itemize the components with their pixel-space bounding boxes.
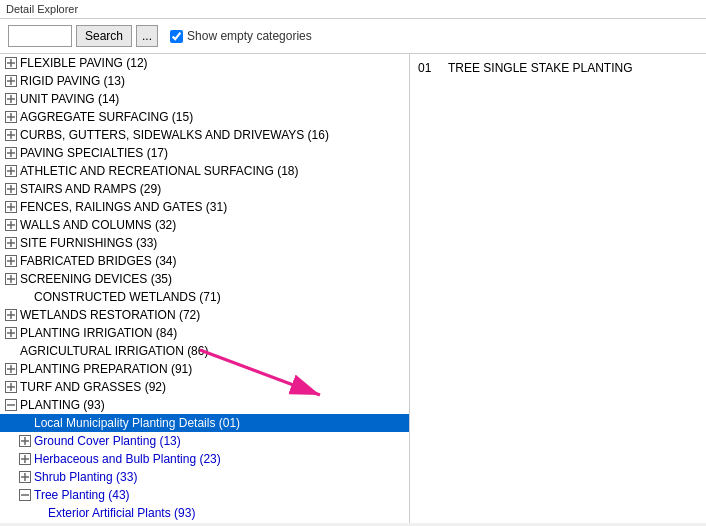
expander-exterior-artificial[interactable] xyxy=(32,506,46,520)
tree-label-planting-preparation: PLANTING PREPARATION (91) xyxy=(20,361,192,377)
tree-label-exterior-artificial: Exterior Artificial Plants (93) xyxy=(48,505,195,521)
expander-walls-columns[interactable] xyxy=(4,218,18,232)
tree-label-herbaceous: Herbaceous and Bulb Planting (23) xyxy=(34,451,221,467)
tree-label-planting-irrigation: PLANTING IRRIGATION (84) xyxy=(20,325,177,341)
tree-item-screening-devices[interactable]: SCREENING DEVICES (35) xyxy=(0,270,409,288)
tree-item-local-municipality[interactable]: Local Municipality Planting Details (01) xyxy=(0,414,409,432)
search-button[interactable]: Search xyxy=(76,25,132,47)
expander-athletic-surfacing[interactable] xyxy=(4,164,18,178)
expander-fences-railings[interactable] xyxy=(4,200,18,214)
expander-unit-paving[interactable] xyxy=(4,92,18,106)
tree-label-local-municipality: Local Municipality Planting Details (01) xyxy=(34,415,240,431)
search-input[interactable] xyxy=(8,25,72,47)
tree-item-stairs-ramps[interactable]: STAIRS AND RAMPS (29) xyxy=(0,180,409,198)
tree-item-fabricated-bridges[interactable]: FABRICATED BRIDGES (34) xyxy=(0,252,409,270)
tree-item-constructed-wetlands[interactable]: CONSTRUCTED WETLANDS (71) xyxy=(0,288,409,306)
tree-label-screening-devices: SCREENING DEVICES (35) xyxy=(20,271,172,287)
tree-item-rigid-paving[interactable]: RIGID PAVING (13) xyxy=(0,72,409,90)
content-area: FLEXIBLE PAVING (12)RIGID PAVING (13)UNI… xyxy=(0,54,706,523)
tree-label-flexible-paving: FLEXIBLE PAVING (12) xyxy=(20,55,148,71)
ellipsis-button[interactable]: ... xyxy=(136,25,158,47)
tree-label-rigid-paving: RIGID PAVING (13) xyxy=(20,73,125,89)
tree-item-agricultural-irrigation[interactable]: AGRICULTURAL IRRIGATION (86) xyxy=(0,342,409,360)
show-empty-checkbox[interactable] xyxy=(170,30,183,43)
tree-label-ground-cover: Ground Cover Planting (13) xyxy=(34,433,181,449)
tree-item-flexible-paving[interactable]: FLEXIBLE PAVING (12) xyxy=(0,54,409,72)
detail-panel: 01TREE SINGLE STAKE PLANTING xyxy=(410,54,706,523)
show-empty-text: Show empty categories xyxy=(187,29,312,43)
expander-planting-93[interactable] xyxy=(4,398,18,412)
detail-item-detail-1[interactable]: 01TREE SINGLE STAKE PLANTING xyxy=(414,58,702,78)
expander-shrub-planting[interactable] xyxy=(18,470,32,484)
tree-item-exterior-artificial[interactable]: Exterior Artificial Plants (93) xyxy=(0,504,409,522)
expander-herbaceous[interactable] xyxy=(18,452,32,466)
tree-label-fences-railings: FENCES, RAILINGS AND GATES (31) xyxy=(20,199,227,215)
expander-paving-specialties[interactable] xyxy=(4,146,18,160)
tree-label-aggregate-surfacing: AGGREGATE SURFACING (15) xyxy=(20,109,193,125)
tree-item-fences-railings[interactable]: FENCES, RAILINGS AND GATES (31) xyxy=(0,198,409,216)
tree-item-wetlands-restoration[interactable]: WETLANDS RESTORATION (72) xyxy=(0,306,409,324)
tree-item-herbaceous[interactable]: Herbaceous and Bulb Planting (23) xyxy=(0,450,409,468)
show-empty-label[interactable]: Show empty categories xyxy=(170,29,312,43)
tree-item-aggregate-surfacing[interactable]: AGGREGATE SURFACING (15) xyxy=(0,108,409,126)
tree-item-ground-cover[interactable]: Ground Cover Planting (13) xyxy=(0,432,409,450)
tree-item-planting-preparation[interactable]: PLANTING PREPARATION (91) xyxy=(0,360,409,378)
tree-label-stairs-ramps: STAIRS AND RAMPS (29) xyxy=(20,181,161,197)
expander-curbs-gutters[interactable] xyxy=(4,128,18,142)
tree-item-unit-paving[interactable]: UNIT PAVING (14) xyxy=(0,90,409,108)
expander-fabricated-bridges[interactable] xyxy=(4,254,18,268)
tree-item-paving-specialties[interactable]: PAVING SPECIALTIES (17) xyxy=(0,144,409,162)
expander-ground-cover[interactable] xyxy=(18,434,32,448)
tree-label-unit-paving: UNIT PAVING (14) xyxy=(20,91,119,107)
tree-panel: FLEXIBLE PAVING (12)RIGID PAVING (13)UNI… xyxy=(0,54,410,523)
expander-site-furnishings[interactable] xyxy=(4,236,18,250)
tree-item-athletic-surfacing[interactable]: ATHLETIC AND RECREATIONAL SURFACING (18) xyxy=(0,162,409,180)
expander-agricultural-irrigation[interactable] xyxy=(4,344,18,358)
expander-tree-planting[interactable] xyxy=(18,488,32,502)
tree-label-site-furnishings: SITE FURNISHINGS (33) xyxy=(20,235,157,251)
tree-item-site-furnishings[interactable]: SITE FURNISHINGS (33) xyxy=(0,234,409,252)
tree-label-athletic-surfacing: ATHLETIC AND RECREATIONAL SURFACING (18) xyxy=(20,163,299,179)
tree-label-turf-grasses: TURF AND GRASSES (92) xyxy=(20,379,166,395)
expander-wetlands-restoration[interactable] xyxy=(4,308,18,322)
title-label: Detail Explorer xyxy=(6,3,78,15)
tree-item-shrub-planting[interactable]: Shrub Planting (33) xyxy=(0,468,409,486)
expander-planting-preparation[interactable] xyxy=(4,362,18,376)
detail-num-detail-1: 01 xyxy=(418,60,448,76)
expander-local-municipality[interactable] xyxy=(18,416,32,430)
expander-flexible-paving[interactable] xyxy=(4,56,18,70)
tree-item-planting-accessories[interactable]: PLANTING ACCESSORIES (94) xyxy=(0,522,409,523)
tree-label-tree-planting: Tree Planting (43) xyxy=(34,487,130,503)
tree-label-fabricated-bridges: FABRICATED BRIDGES (34) xyxy=(20,253,176,269)
tree-label-wetlands-restoration: WETLANDS RESTORATION (72) xyxy=(20,307,200,323)
tree-label-planting-93: PLANTING (93) xyxy=(20,397,105,413)
tree-item-turf-grasses[interactable]: TURF AND GRASSES (92) xyxy=(0,378,409,396)
main-container: Search ... Show empty categories FLEXIBL… xyxy=(0,19,706,523)
expander-turf-grasses[interactable] xyxy=(4,380,18,394)
tree-item-tree-planting[interactable]: Tree Planting (43) xyxy=(0,486,409,504)
tree-label-agricultural-irrigation: AGRICULTURAL IRRIGATION (86) xyxy=(20,343,208,359)
detail-desc-detail-1: TREE SINGLE STAKE PLANTING xyxy=(448,60,633,76)
expander-stairs-ramps[interactable] xyxy=(4,182,18,196)
tree-item-planting-irrigation[interactable]: PLANTING IRRIGATION (84) xyxy=(0,324,409,342)
tree-label-curbs-gutters: CURBS, GUTTERS, SIDEWALKS AND DRIVEWAYS … xyxy=(20,127,329,143)
tree-label-shrub-planting: Shrub Planting (33) xyxy=(34,469,137,485)
expander-rigid-paving[interactable] xyxy=(4,74,18,88)
expander-planting-irrigation[interactable] xyxy=(4,326,18,340)
tree-item-planting-93[interactable]: PLANTING (93) xyxy=(0,396,409,414)
title-bar: Detail Explorer xyxy=(0,0,706,19)
expander-screening-devices[interactable] xyxy=(4,272,18,286)
tree-label-constructed-wetlands: CONSTRUCTED WETLANDS (71) xyxy=(34,289,221,305)
tree-item-walls-columns[interactable]: WALLS AND COLUMNS (32) xyxy=(0,216,409,234)
toolbar: Search ... Show empty categories xyxy=(0,19,706,54)
expander-aggregate-surfacing[interactable] xyxy=(4,110,18,124)
tree-item-curbs-gutters[interactable]: CURBS, GUTTERS, SIDEWALKS AND DRIVEWAYS … xyxy=(0,126,409,144)
tree-label-paving-specialties: PAVING SPECIALTIES (17) xyxy=(20,145,168,161)
expander-constructed-wetlands[interactable] xyxy=(18,290,32,304)
tree-label-walls-columns: WALLS AND COLUMNS (32) xyxy=(20,217,176,233)
